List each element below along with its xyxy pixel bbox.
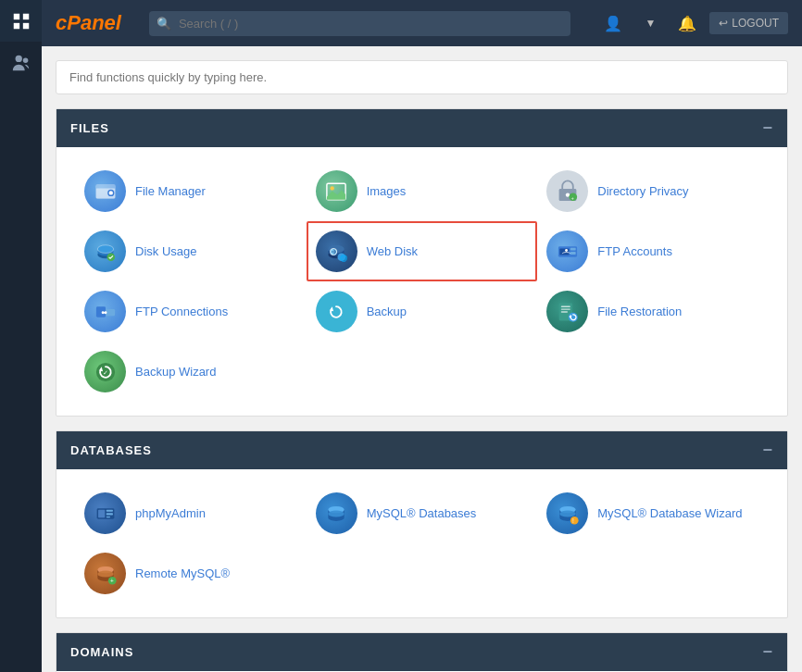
user-icon[interactable]: 👤 — [598, 8, 628, 38]
phpmyadmin-item[interactable]: phpMyAdmin — [75, 483, 307, 543]
files-collapse-icon[interactable]: − — [762, 118, 773, 138]
header: cPanel 🔍 👤 ▼ 🔔 ↩ LOGOUT — [42, 0, 802, 46]
databases-section-header[interactable]: DATABASES − — [56, 431, 787, 469]
search-icon: 🔍 — [157, 17, 171, 31]
databases-section-body: phpMyAdmin MySQL® Databases ! MySQL® Dat… — [56, 469, 787, 617]
svg-rect-39 — [561, 308, 570, 309]
svg-rect-38 — [561, 305, 570, 306]
files-section-body: File Manager Images + Directory Privacy — [56, 147, 787, 416]
web-disk-icon: 🌐 — [316, 230, 357, 272]
backup-item[interactable]: Backup — [307, 281, 538, 342]
mysql-wizard-item[interactable]: ! MySQL® Database Wizard — [537, 483, 769, 543]
files-section: FILES − File Manager Images — [56, 108, 788, 417]
databases-section: DATABASES − phpMyAdmin MySQL® Databases — [56, 430, 788, 618]
mysql-databases-item[interactable]: MySQL® Databases — [307, 483, 538, 543]
backup-wizard-icon: ✓ — [84, 351, 126, 392]
svg-rect-27 — [559, 248, 569, 255]
svg-rect-30 — [570, 252, 576, 255]
sidebar-item-grid[interactable] — [0, 0, 42, 42]
svg-point-28 — [565, 249, 568, 252]
svg-rect-48 — [106, 509, 112, 511]
svg-point-33 — [104, 311, 107, 314]
remote-mysql-item[interactable]: + Remote MySQL® — [75, 543, 307, 604]
main-content: cPanel 🔍 👤 ▼ 🔔 ↩ LOGOUT FILES − — [42, 0, 802, 672]
svg-rect-47 — [98, 509, 105, 517]
file-manager-icon — [84, 170, 126, 212]
mysql-databases-icon — [316, 492, 357, 534]
domains-section: DOMAINS − + Site Publisher .com+ Addon D… — [56, 632, 788, 672]
bell-icon[interactable]: 🔔 — [672, 8, 702, 38]
mysql-wizard-label: MySQL® Database Wizard — [597, 506, 742, 520]
ftp-accounts-label: FTP Accounts — [597, 244, 672, 258]
svg-text:!: ! — [572, 517, 574, 524]
files-section-header[interactable]: FILES − — [56, 109, 787, 147]
svg-rect-29 — [570, 247, 576, 250]
file-manager-item[interactable]: File Manager — [75, 161, 307, 221]
logo: cPanel — [56, 11, 121, 35]
directory-privacy-label: Directory Privacy — [597, 184, 688, 198]
function-search-input[interactable] — [56, 60, 788, 94]
directory-privacy-item[interactable]: + Directory Privacy — [537, 161, 769, 221]
dropdown-arrow-icon[interactable]: ▼ — [635, 8, 665, 38]
svg-point-11 — [331, 186, 334, 190]
domains-section-label: DOMAINS — [70, 645, 133, 659]
disk-usage-icon — [84, 230, 126, 272]
domains-section-header[interactable]: DOMAINS − — [56, 633, 787, 671]
content-area: FILES − File Manager Images — [42, 46, 802, 672]
images-icon — [316, 170, 357, 212]
svg-point-9 — [108, 191, 112, 194]
directory-privacy-icon: + — [546, 170, 588, 212]
disk-usage-label: Disk Usage — [135, 244, 196, 258]
svg-point-35 — [327, 302, 345, 320]
ftp-connections-icon — [84, 291, 126, 332]
sidebar-item-users[interactable] — [0, 42, 42, 83]
remote-mysql-label: Remote MySQL® — [135, 566, 230, 580]
ftp-connections-label: FTP Connections — [135, 305, 228, 318]
databases-section-label: DATABASES — [70, 443, 152, 457]
svg-point-4 — [15, 55, 21, 61]
disk-usage-item[interactable]: Disk Usage — [75, 221, 307, 281]
images-item[interactable]: Images — [307, 161, 538, 221]
ftp-connections-item[interactable]: FTP Connections — [75, 281, 307, 342]
phpmyadmin-label: phpMyAdmin — [135, 506, 206, 520]
svg-point-56 — [559, 510, 575, 516]
header-search[interactable]: 🔍 — [149, 11, 570, 36]
backup-label: Backup — [367, 305, 407, 318]
logo-c: c — [56, 11, 67, 34]
grid-icon — [11, 11, 31, 31]
ftp-accounts-icon — [546, 230, 588, 272]
backup-wizard-item[interactable]: ✓ Backup Wizard — [75, 342, 307, 402]
svg-text:✓: ✓ — [103, 367, 108, 376]
mysql-wizard-icon: ! — [546, 492, 588, 534]
svg-rect-40 — [561, 311, 568, 312]
logout-icon: ↩ — [719, 17, 728, 30]
domains-collapse-icon[interactable]: − — [762, 642, 773, 662]
svg-rect-3 — [22, 22, 28, 28]
remote-mysql-icon: + — [84, 553, 126, 594]
file-restoration-icon — [546, 291, 588, 332]
svg-point-18 — [97, 244, 113, 253]
web-disk-label: Web Disk — [367, 244, 418, 258]
svg-rect-1 — [22, 13, 28, 19]
logout-button[interactable]: ↩ LOGOUT — [709, 12, 788, 34]
databases-collapse-icon[interactable]: − — [762, 441, 773, 460]
mysql-databases-label: MySQL® Databases — [367, 506, 477, 520]
web-disk-item[interactable]: 🌐 Web Disk — [307, 221, 538, 281]
ftp-accounts-item[interactable]: FTP Accounts — [537, 221, 769, 281]
svg-text:🌐: 🌐 — [340, 253, 348, 261]
search-input[interactable] — [149, 11, 570, 36]
svg-rect-0 — [13, 13, 19, 19]
svg-point-34 — [101, 311, 104, 314]
file-restoration-label: File Restoration — [597, 305, 682, 318]
svg-point-5 — [22, 57, 28, 63]
file-restoration-item[interactable]: File Restoration — [537, 281, 769, 342]
svg-text:+: + — [110, 578, 114, 584]
svg-rect-32 — [106, 309, 115, 316]
backup-wizard-label: Backup Wizard — [135, 365, 216, 379]
header-actions: 👤 ▼ 🔔 ↩ LOGOUT — [598, 8, 788, 38]
backup-icon — [316, 291, 357, 332]
svg-point-53 — [328, 510, 344, 516]
files-section-label: FILES — [70, 121, 109, 135]
svg-rect-50 — [106, 516, 109, 516]
svg-point-61 — [97, 570, 113, 577]
